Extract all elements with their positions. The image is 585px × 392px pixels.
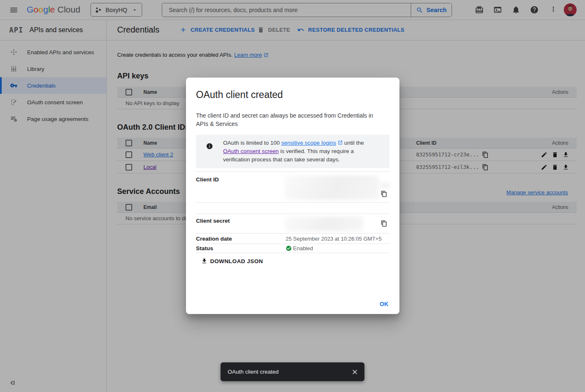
creation-date-value: 25 September 2023 at 10:26:05 GMT+5: [286, 236, 382, 242]
oauth-consent-screen-link[interactable]: OAuth consent screen: [223, 148, 279, 154]
oauth-limit-notice: OAuth is limited to 100 sensitive scope …: [196, 135, 389, 168]
dialog-body-text: The client ID and secret can always be a…: [196, 111, 382, 128]
status-badge: Enabled: [286, 245, 313, 251]
client-secret-row: Client secret: [196, 214, 389, 233]
toast: OAuth client created: [221, 362, 364, 381]
copy-icon[interactable]: [381, 220, 387, 227]
check-circle-icon: [286, 245, 292, 251]
creation-date-row: Creation date 25 September 2023 at 10:26…: [196, 233, 389, 244]
client-id-redacted-value: [285, 176, 379, 200]
download-json-button[interactable]: DOWNLOAD JSON: [201, 258, 263, 264]
notice-text: OAuth is limited to 100 sensitive scope …: [223, 139, 379, 164]
copy-icon[interactable]: [381, 191, 387, 197]
dialog-fields: Client ID Client secret Creation date 25…: [196, 171, 389, 253]
spacer-row: [196, 202, 389, 214]
download-icon: [201, 258, 208, 264]
sensitive-scope-logins-link[interactable]: sensitive scope logins: [281, 140, 336, 146]
notice-mid: until the: [343, 140, 364, 146]
oauth-client-created-dialog: OAuth client created The client ID and s…: [186, 78, 399, 314]
creation-date-label: Creation date: [196, 236, 232, 242]
client-secret-label: Client secret: [196, 218, 230, 224]
client-secret-redacted-value: [285, 217, 363, 231]
google-cloud-console: Google Cloud BoxyHQ Search: [0, 0, 585, 392]
client-id-row: Client ID: [196, 171, 389, 202]
open-in-new-icon: [338, 140, 343, 145]
client-id-label: Client ID: [196, 176, 219, 183]
toast-message: OAuth client created: [228, 369, 351, 375]
dialog-title: OAuth client created: [196, 89, 389, 101]
notice-pre: OAuth is limited to 100: [223, 140, 281, 146]
ok-button[interactable]: OK: [379, 301, 389, 307]
status-value: Enabled: [293, 245, 313, 251]
info-icon: [206, 143, 213, 150]
status-label: Status: [196, 245, 213, 251]
client-id-redacted-value: [379, 183, 390, 188]
download-json-label: DOWNLOAD JSON: [210, 258, 263, 264]
close-icon[interactable]: [351, 368, 359, 376]
status-row: Status Enabled: [196, 244, 389, 253]
